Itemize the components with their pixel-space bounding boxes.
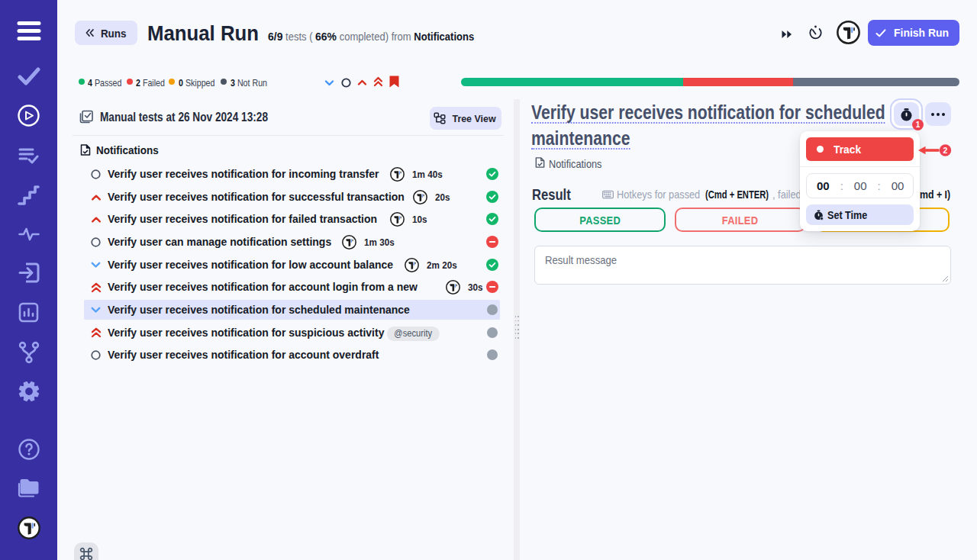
svg-text:2: 2	[943, 146, 948, 155]
